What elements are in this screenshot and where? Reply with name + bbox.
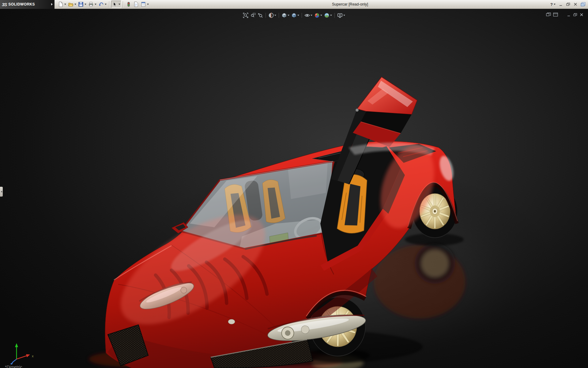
dassault-logo-mark: 3S <box>2 2 7 7</box>
help-button[interactable]: ? <box>550 2 556 7</box>
chevron-down-icon <box>74 4 76 5</box>
open-folder-icon <box>68 2 74 7</box>
headsup-separator <box>279 13 279 18</box>
view-orientation-label: *Dimetric <box>5 365 22 368</box>
zoom-to-fit-button[interactable] <box>242 12 249 19</box>
section-view-icon <box>268 13 274 18</box>
toolbar-separator <box>123 1 123 7</box>
chevron-down-icon <box>554 4 556 5</box>
undo-arrow-icon <box>98 2 104 7</box>
x-axis-label: x <box>32 354 34 358</box>
headsup-view-toolbar <box>242 12 346 19</box>
headsup-separator <box>302 13 302 18</box>
z-axis-arrow <box>10 362 13 365</box>
apply-scene-button[interactable] <box>323 12 333 19</box>
new-document-icon <box>58 2 63 7</box>
supercar-model[interactable] <box>0 9 588 368</box>
chevron-down-icon <box>147 4 149 5</box>
reference-triad: x <box>4 336 38 366</box>
chevron-down-icon <box>105 4 107 5</box>
new-button[interactable] <box>57 1 67 8</box>
door-hinge <box>356 109 359 112</box>
minimize-button[interactable] <box>559 2 563 6</box>
main-toolbar <box>55 0 150 9</box>
chevron-down-icon <box>64 4 66 5</box>
display-style-icon <box>291 13 297 18</box>
options-form-icon <box>141 2 146 7</box>
view-settings-icon <box>337 13 343 18</box>
display-style-button[interactable] <box>291 12 300 19</box>
select-cursor-icon <box>112 2 118 7</box>
chevron-down-icon <box>85 4 86 5</box>
chevron-down-icon <box>297 15 299 16</box>
close-button[interactable] <box>573 2 578 6</box>
select-button[interactable] <box>111 1 121 8</box>
window-controls: ? <box>550 0 588 9</box>
previous-view-icon <box>258 13 263 18</box>
chevron-down-icon <box>343 15 345 16</box>
document-title: Supercar [Read-only] <box>332 0 368 9</box>
taskpane-icon[interactable] <box>581 2 586 6</box>
menu-expand-arrow[interactable] <box>51 3 53 6</box>
rebuild-button[interactable] <box>125 1 132 8</box>
document-restore-button[interactable] <box>573 13 577 17</box>
eye-icon <box>304 13 310 18</box>
solidworks-logo[interactable]: 3S SOLIDWORKS <box>0 0 55 9</box>
hood-badge <box>228 319 235 324</box>
toolbar-separator <box>109 1 110 7</box>
document-minimize-button[interactable] <box>567 13 571 17</box>
section-view-button[interactable] <box>268 12 277 19</box>
file-properties-icon <box>133 2 139 7</box>
scene-sphere-icon <box>324 13 330 18</box>
chevron-down-icon <box>274 15 276 16</box>
rebuild-traffic-light-icon <box>126 2 131 7</box>
file-properties-button[interactable] <box>132 1 140 8</box>
hide-show-items-button[interactable] <box>304 12 313 19</box>
save-button[interactable] <box>77 1 87 8</box>
chevron-left-icon <box>1 191 2 193</box>
previous-view-button[interactable] <box>257 12 264 19</box>
chevron-down-icon <box>320 15 322 16</box>
help-label: ? <box>550 2 553 7</box>
document-close-button[interactable] <box>579 13 584 17</box>
graphics-area[interactable]: x *Dimetric <box>0 9 588 368</box>
view-orientation-button[interactable] <box>281 12 290 19</box>
title-bar: 3S SOLIDWORKS <box>0 0 588 9</box>
zoom-to-area-icon <box>250 13 256 18</box>
new-window-button[interactable] <box>546 13 551 17</box>
chevron-down-icon <box>95 4 96 5</box>
view-orientation-cube-icon <box>281 13 287 18</box>
edit-appearance-button[interactable] <box>314 12 323 19</box>
headsup-separator <box>334 13 335 18</box>
brand-name: SOLIDWORKS <box>8 2 35 6</box>
y-axis-arrow <box>15 343 18 347</box>
x-axis-arrow <box>26 354 30 357</box>
options-button[interactable] <box>140 1 150 8</box>
printer-icon <box>88 2 94 7</box>
view-settings-button[interactable] <box>337 12 346 19</box>
cascade-windows-button[interactable] <box>553 13 558 17</box>
appearance-ball-icon <box>314 13 320 18</box>
print-button[interactable] <box>87 1 97 8</box>
featuremanager-collapse-tab[interactable] <box>0 187 3 197</box>
zoom-to-fit-icon <box>243 13 248 18</box>
document-window-controls <box>546 13 584 17</box>
save-floppy-icon <box>78 2 84 7</box>
chevron-down-icon <box>311 15 312 16</box>
chevron-down-icon <box>119 4 120 5</box>
chevron-down-icon <box>288 15 289 16</box>
undo-button[interactable] <box>97 1 107 8</box>
open-button[interactable] <box>67 1 77 8</box>
chevron-down-icon <box>330 15 332 16</box>
restore-button[interactable] <box>566 2 570 6</box>
door-panel[interactable] <box>357 77 417 114</box>
headsup-separator <box>266 13 266 18</box>
zoom-to-area-button[interactable] <box>250 12 256 19</box>
